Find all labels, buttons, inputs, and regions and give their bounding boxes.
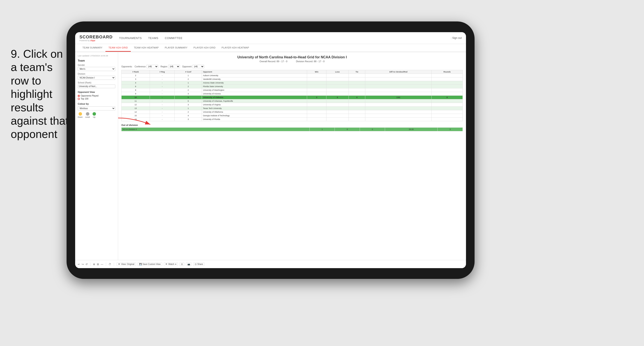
watch-icon: 👁 [165,263,168,265]
data-cell: 13 [122,107,150,110]
overall-record: Overall Record: 89 - 17 - 0 [260,60,288,63]
opponent-name-cell: Vanderbilt University [202,77,307,81]
opponent-select[interactable]: (All) [192,65,204,68]
opponent-filter: Opponent (All) [182,65,204,68]
watch-dropdown-icon: ▾ [175,263,176,265]
sub-nav: TEAM SUMMARY TEAM H2H GRID TEAM H2H HEAT… [75,44,466,52]
data-cell [307,103,326,107]
top100-option[interactable]: Top 100 [78,98,115,100]
data-cell [307,99,326,103]
col-diff: Diff Av Strokes/Rnd [365,70,432,74]
top100-radio[interactable] [78,98,80,100]
nav-teams[interactable]: TEAMS [148,36,158,40]
table-row[interactable]: 9-3University of Arizona [122,92,463,96]
main-content: Last Updated: 27/03/2024 16:55:38 Team G… [75,52,466,260]
table-row[interactable]: 10-5University of Alabama3002.618 [122,96,463,99]
logo-area: SCOREBOARD Powered by clippi [80,34,112,42]
view-original-btn[interactable]: 👁 View: Original [116,262,136,266]
data-cell [432,103,463,107]
opponent-name-cell: University of Virginia [202,103,307,107]
data-cell: 4 [174,114,202,118]
data-cell [307,110,326,114]
data-cell [365,103,432,107]
data-cell [307,74,326,77]
clock-icon[interactable]: ⏱ [109,263,111,266]
gender-select[interactable]: Men's [78,67,115,71]
nav-committee[interactable]: COMMITTEE [165,36,182,40]
tab-team-h2h-heatmap[interactable]: TEAM H2H HEATMAP [131,44,162,52]
share-btn[interactable]: ⊡ Share [193,262,205,266]
data-cell: 10 [122,96,150,99]
data-cell: 3 [174,103,202,107]
reset-icon[interactable]: ↺ [86,263,88,266]
table-row[interactable]: 4-1Arizona State University [122,81,463,85]
h2h-grid-table: # Rank # Reg # Conf Opponent Win Loss Ti… [121,70,463,121]
view-icon: 👁 [118,263,120,265]
data-cell [432,88,463,92]
table-row[interactable]: 2-1Auburn University [122,74,463,77]
tab-player-h2h-heatmap[interactable]: PLAYER H2H HEATMAP [218,44,252,52]
out-of-division-row[interactable]: NCAA Division II10026.003 [122,128,463,131]
data-cell [365,107,432,110]
paste-icon[interactable]: ⊞ [97,263,99,266]
share-label: Share [197,263,203,265]
toolbar-separator-2 [106,263,106,266]
screenshot-btn[interactable]: 📷 [186,262,192,266]
data-cell: - [150,114,174,118]
data-cell [348,92,365,96]
data-cell [348,110,365,114]
opponents-filter-label: Opponents: [121,65,132,68]
save-custom-view-btn[interactable]: 💾 Save Custom View [138,262,162,266]
legend-down: Down [78,112,83,118]
sidebar: Last Updated: 27/03/2024 16:55:38 Team G… [75,52,118,260]
table-row[interactable]: 13-1Texas Tech University [122,107,463,110]
colour-by-select[interactable]: Win/loss [78,106,115,110]
school-value[interactable]: University of Nort... [78,84,115,88]
col-loss: Loss [326,70,348,74]
data-cell: 2 [174,110,202,114]
data-cell [307,118,326,121]
data-cell: 15 [122,114,150,118]
data-cell: - [150,77,174,81]
table-row[interactable]: 3-2Vanderbilt University [122,77,463,81]
data-cell: - [150,99,174,103]
table-row[interactable]: 15-4Georgia Institute of Technology [122,114,463,118]
opponent-played-radio[interactable] [78,95,80,97]
table-row[interactable]: 11-6University of Arkansas, Fayetteville [122,99,463,103]
opponent-name-cell: University of Arizona [202,92,307,96]
watch-label: Watch [168,263,174,265]
redo-icon[interactable]: ↪ [82,263,84,266]
table-row[interactable]: 6-2Florida State University [122,85,463,88]
col-tie: Tie [348,70,365,74]
delete-icon[interactable]: — [101,263,103,266]
data-cell [326,114,348,118]
division-select[interactable]: NCAA Division I [78,76,115,80]
data-cell [307,114,326,118]
filters-row: Opponents: Conference (All) Region (All) [121,65,463,68]
opponent-name-cell: Arizona State University [202,81,307,85]
data-cell [348,88,365,92]
export-btn[interactable]: ⊡ [180,262,184,266]
opponent-name-cell: University of Oklahoma [202,110,307,114]
last-updated: Last Updated: 27/03/2024 16:55:38 [78,55,115,57]
opponent-played-option[interactable]: Opponents Played [78,95,115,97]
tab-player-summary[interactable]: PLAYER SUMMARY [162,44,190,52]
copy-icon[interactable]: ⊕ [93,263,95,266]
table-row[interactable]: 16-3University of Florida [122,118,463,121]
region-select[interactable]: (All) [168,65,180,68]
tab-player-h2h-grid[interactable]: PLAYER H2H GRID [190,44,218,52]
conference-select[interactable]: (All) [146,65,158,68]
nav-tournaments[interactable]: TOURNAMENTS [119,36,142,40]
opponent-name-cell: University of Arkansas, Fayetteville [202,99,307,103]
table-row[interactable]: 14-2University of Oklahoma [122,110,463,114]
tab-team-h2h-grid[interactable]: TEAM H2H GRID [106,44,131,52]
sign-out-link[interactable]: Sign out [451,36,462,39]
tab-team-summary[interactable]: TEAM SUMMARY [80,44,106,52]
region-filter: Region (All) [160,65,180,68]
data-cell [348,74,365,77]
out-of-division-table: NCAA Division II10026.003 [121,127,463,131]
watch-btn[interactable]: 👁 Watch ▾ [164,262,178,266]
table-row[interactable]: 8-2University of Washington [122,88,463,92]
undo-icon[interactable]: ↩ [78,263,80,266]
table-row[interactable]: 12-3University of Virginia [122,103,463,107]
